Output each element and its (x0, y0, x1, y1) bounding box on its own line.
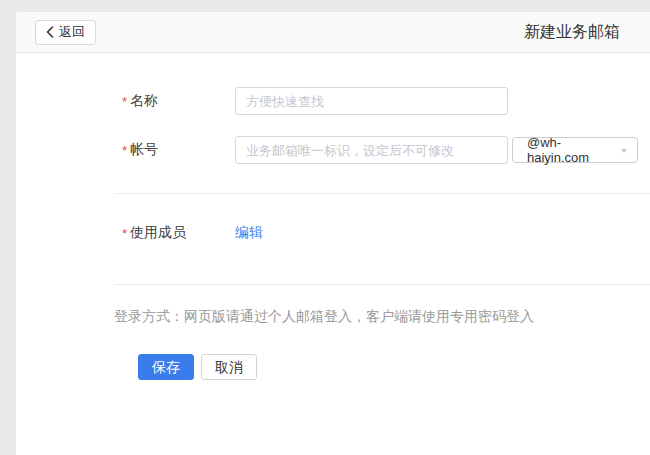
cancel-button[interactable]: 取消 (201, 354, 257, 380)
account-input[interactable] (235, 136, 508, 164)
members-field-row: *使用成员 编辑 (16, 223, 650, 243)
section-divider (114, 284, 650, 285)
name-field-row: *名称 (16, 87, 650, 115)
section-divider (114, 193, 650, 194)
edit-members-link[interactable]: 编辑 (235, 224, 263, 242)
chevron-down-icon: ▼ (620, 146, 628, 154)
required-marker: * (122, 143, 127, 158)
panel-header: 返回 新建业务邮箱 (16, 12, 650, 53)
required-marker: * (122, 94, 127, 109)
account-field-label: *帐号 (122, 141, 235, 159)
account-field-row: *帐号 @wh-haiyin.com ▼ (16, 136, 650, 164)
name-field-label-text: 名称 (130, 92, 158, 108)
back-button-label: 返回 (59, 23, 85, 41)
login-method-hint: 登录方式：网页版请通过个人邮箱登入，客户端请使用专用密码登入 (16, 308, 650, 326)
members-field-label-text: 使用成员 (130, 224, 186, 240)
name-input[interactable] (235, 87, 508, 115)
account-field-label-text: 帐号 (130, 141, 158, 157)
action-buttons: 保存 取消 (16, 354, 650, 380)
members-field-label: *使用成员 (122, 224, 235, 242)
required-marker: * (122, 226, 127, 241)
form-area: *名称 *帐号 @wh-haiyin.com ▼ *使用成员 编辑 登录方式：网… (16, 53, 650, 380)
chevron-left-icon (46, 26, 54, 38)
new-mailbox-panel: 返回 新建业务邮箱 *名称 *帐号 @wh-haiyin.com ▼ *使用成员 (16, 12, 650, 455)
save-button[interactable]: 保存 (138, 354, 194, 380)
page-title: 新建业务邮箱 (524, 22, 620, 43)
back-button[interactable]: 返回 (35, 20, 96, 45)
name-field-label: *名称 (122, 92, 235, 110)
domain-select[interactable]: @wh-haiyin.com ▼ (512, 137, 638, 163)
domain-select-value: @wh-haiyin.com (527, 135, 620, 165)
